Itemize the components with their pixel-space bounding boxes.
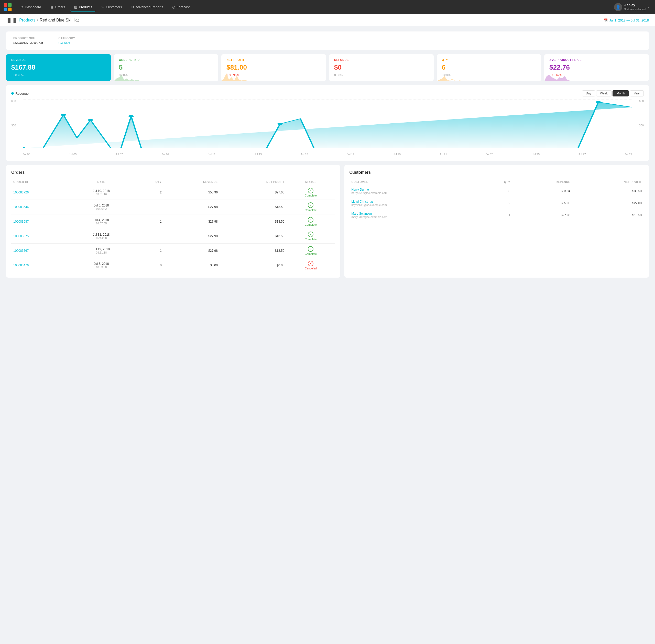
customer-revenue: $83.94 [512,185,572,197]
chevron-down-icon: ▾ [648,6,649,9]
order-time: 03:31:16 [72,193,131,196]
nav-customers[interactable]: ♡ Customers [97,3,126,12]
col-status: STATUS [286,179,335,185]
time-btn-month[interactable]: Month [612,90,629,96]
order-time: 10:03:38 [72,266,131,269]
dashboard-icon: ⊙ [21,5,23,9]
customers-table-header: CUSTOMER QTY REVENUE NET PROFIT [350,179,644,185]
col-cust-revenue: REVENUE [512,179,572,185]
forecast-icon: ◎ [172,5,175,9]
order-id-link[interactable]: 100083587 [13,220,29,223]
status-badge: ✓ Complete [288,217,333,226]
time-btn-day[interactable]: Day [582,90,595,96]
order-id-link[interactable]: 100083476 [13,263,29,267]
orders-paid-value: 5 [119,64,213,71]
chart-legend: Revenue [11,92,29,95]
navbar: ⊙ Dashboard ▦ Orders ▥ Products ♡ Custom… [0,0,655,14]
svg-marker-7 [437,76,462,81]
metric-avg-price[interactable]: Avg Product Price $22.76 ↓ 16.67% [544,54,649,81]
nav-dashboard[interactable]: ⊙ Dashboard [16,3,45,12]
nav-products[interactable]: ▥ Products [70,3,96,12]
date-range-selector[interactable]: 📅 Jul 1, 2018 — Jul 31, 2018 [604,18,649,22]
revenue-value: $167.88 [11,64,106,71]
order-net-profit: $13.50 [220,214,286,229]
order-id-link[interactable]: 100083567 [13,249,29,253]
logo [3,3,12,12]
product-sku-item: PRODUCT SKU red-and-blue-ski-hat [13,37,43,45]
category-value[interactable]: Ski hats [59,41,75,45]
nav-orders[interactable]: ▦ Orders [46,3,69,12]
x-label-jul11: Jul 11 [208,153,215,156]
sku-label: PRODUCT SKU [13,37,43,40]
order-id-link[interactable]: 100083675 [13,234,29,238]
chart-inner [23,99,632,148]
nav-dashboard-label: Dashboard [25,5,41,9]
nav-advanced-reports[interactable]: ⚙ Advanced Reports [127,3,167,12]
x-label-jul25: Jul 25 [532,153,540,156]
order-date: Jul 4, 2018 [72,218,131,222]
y-label-600: 600 [11,99,22,102]
table-row: 100083567 Jul 19, 2018 03:51:18 1 $27.98… [11,244,335,258]
x-label-jul29: Jul 29 [625,153,632,156]
refunds-label: Refunds [334,58,428,62]
order-revenue: $27.98 [164,200,220,214]
metric-qty[interactable]: Qty 6 0.00% [437,54,541,81]
metric-net-profit[interactable]: Net Profit $81.00 ↓ 30.96% [221,54,326,81]
status-text: Complete [305,209,317,212]
order-id-link[interactable]: 100083646 [13,205,29,209]
order-date: Jul 6, 2018 [72,204,131,207]
time-btn-week[interactable]: Week [596,90,611,96]
customer-name[interactable]: Mary Swanson [352,212,477,215]
status-badge: ✓ Complete [288,232,333,241]
customer-revenue: $55.96 [512,197,572,209]
orders-table-header: ORDER ID DATE QTY REVENUE NET PROFIT STA… [11,179,335,185]
nav-forecast[interactable]: ◎ Forecast [168,3,194,12]
nav-advanced-reports-label: Advanced Reports [136,5,163,9]
order-id-link[interactable]: 100083726 [13,191,29,194]
status-text: Complete [305,238,317,241]
grid-line-top [23,99,632,100]
avg-price-label: Avg Product Price [549,58,644,62]
chart-point [61,114,66,116]
status-icon: ✓ [308,202,313,208]
date-range-label: Jul 1, 2018 — Jul 31, 2018 [609,18,649,22]
metric-revenue[interactable]: Revenue $167.88 ↓ 30.96% [6,54,111,81]
customer-qty: 3 [479,185,512,197]
order-qty: 1 [133,214,164,229]
chart-time-buttons: Day Week Month Year [582,90,644,96]
col-cust-qty: QTY [479,179,512,185]
order-qty: 0 [133,258,164,273]
user-subtitle: 3 stores selected [624,7,646,11]
customer-revenue: $27.98 [512,209,572,221]
avatar: 👤 [614,3,622,11]
user-menu[interactable]: 👤 Ashley 3 stores selected ▾ [611,2,652,13]
customer-name[interactable]: Harry Dunne [352,188,477,191]
chart-dot [11,92,14,95]
user-icon: 👤 [615,5,621,10]
nav-orders-label: Orders [55,5,65,9]
breadcrumb-parent[interactable]: Products [19,18,35,23]
order-qty: 2 [133,185,164,200]
customer-qty: 1 [479,209,512,221]
chart-line [23,102,632,148]
metric-refunds[interactable]: Refunds $0 0.00% [329,54,434,81]
order-net-profit: $13.50 [220,229,286,244]
order-qty: 1 [133,200,164,214]
time-btn-year[interactable]: Year [630,90,644,96]
x-label-jul27: Jul 27 [579,153,586,156]
order-revenue: $27.98 [164,229,220,244]
customer-name[interactable]: Lloyd Christmas [352,200,477,203]
x-label-jul03: Jul 03 [23,153,30,156]
barcode-icon: ▐▌▐▌ [6,18,18,23]
qty-label: Qty [442,58,536,62]
grid-line-mid [23,124,632,124]
y-label-300: 300 [11,124,22,127]
col-order-id: ORDER ID [11,179,70,185]
col-net-profit: NET PROFIT [220,179,286,185]
status-icon: ✓ [308,232,313,237]
chart-area: 600 300 [11,99,644,156]
table-row: Mary Swanson mary9312@sc-example.com 1 $… [350,209,644,221]
order-net-profit: $0.00 [220,258,286,273]
metric-orders-paid[interactable]: Orders Paid 5 0.00% [114,54,218,81]
svg-rect-1 [8,3,12,7]
